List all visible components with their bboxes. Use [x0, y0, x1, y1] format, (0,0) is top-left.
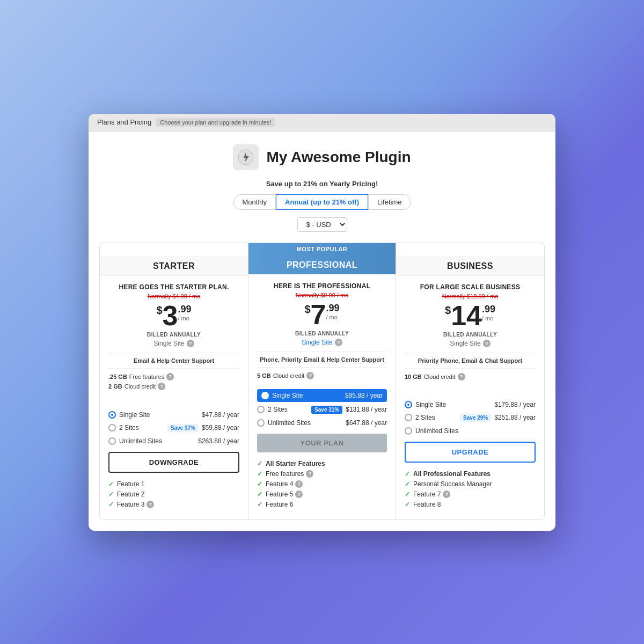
plan-business-opt3[interactable]: Unlimited Sites: [405, 425, 536, 437]
plan-starter-features: ✓ Feature 1 ✓ Feature 2 ✓ Feature 3 ?: [100, 480, 248, 519]
plan-professional-opt3[interactable]: Unlimited Sites $647.88 / year: [257, 416, 387, 429]
plan-starter-credit1: .25 GB Free features ?: [108, 373, 239, 380]
plan-starter-credit2-help[interactable]: ?: [158, 383, 165, 390]
plan-business-support: Priority Phone, Email & Chat Support: [405, 357, 536, 369]
main-content: My Awesome Plugin Save up to 21% on Year…: [89, 131, 555, 531]
plan-business-opt3-radio[interactable]: [405, 427, 412, 435]
upgrade-button[interactable]: UPGRADE: [405, 442, 536, 463]
plan-professional-feat5-check: ✓: [257, 501, 262, 508]
plan-professional-body: HERE IS THE PROFESSIONAL Normally $9.99 …: [248, 275, 396, 389]
plan-professional-feat1-check: ✓: [257, 460, 262, 467]
plan-business-opt1-radio[interactable]: [405, 401, 412, 408]
plan-professional-site-type: Single Site ?: [257, 339, 387, 346]
plugin-header: My Awesome Plugin: [99, 144, 545, 170]
plan-starter-opt2-label: 2 Sites: [119, 424, 139, 431]
plan-professional-credit1-help[interactable]: ?: [306, 372, 314, 379]
plan-professional-per: / mo: [326, 314, 338, 320]
plan-business-feat3-help[interactable]: ?: [443, 491, 450, 498]
plan-starter-main: 3: [163, 302, 178, 330]
plan-professional-feat3: ✓ Feature 4 ?: [257, 480, 387, 488]
plan-professional-feat5: ✓ Feature 6: [257, 501, 387, 508]
billing-annual[interactable]: Annual (up to 21% off): [276, 194, 368, 210]
plan-professional-feat2-help[interactable]: ?: [306, 470, 313, 478]
plan-business-feat1-check: ✓: [405, 470, 410, 478]
currency-select: $ - USD € - EUR £ - GBP: [99, 217, 545, 232]
savings-text: Save up to 21% on Yearly Pricing!: [99, 180, 545, 188]
plan-starter-action: DOWNGRADE: [100, 452, 248, 480]
plan-business-feat3-check: ✓: [405, 491, 410, 498]
plan-professional-main: 7: [311, 301, 326, 328]
plan-starter-support: Email & Help Center Support: [108, 357, 239, 369]
plan-starter-feat1-check: ✓: [108, 480, 114, 488]
plan-professional-feat4-help[interactable]: ?: [295, 491, 303, 498]
plan-professional-feat2-text: Free features ?: [266, 470, 313, 478]
currency-dropdown[interactable]: $ - USD € - EUR £ - GBP: [297, 217, 347, 232]
plan-business-credit1: 10 GB Cloud credit ?: [405, 373, 536, 380]
plan-starter-name: STARTER: [100, 256, 248, 276]
plan-professional-opt3-label: Unlimited Sites: [268, 419, 311, 427]
plan-business-billing: BILLED ANNUALLY: [405, 332, 536, 338]
plan-starter-body: HERE GOES THE STARTER PLAN. Normally $4.…: [100, 276, 248, 408]
plan-starter-opt2[interactable]: 2 Sites Save 37% $59.88 / year: [108, 421, 239, 435]
plan-starter-credit1-help[interactable]: ?: [166, 373, 174, 380]
plan-starter-opt1[interactable]: Single Site $47.88 / year: [108, 408, 239, 421]
plan-professional-site-help[interactable]: ?: [335, 339, 342, 346]
plan-starter-opt3-radio[interactable]: [108, 437, 116, 445]
plan-business-feat2-text: Personal Success Manager: [413, 480, 492, 488]
plan-professional-feat2: ✓ Free features ?: [257, 470, 387, 478]
plan-professional-opt1[interactable]: Single Site $95.88 / year: [257, 389, 387, 402]
plan-starter-cents-val: .99: [178, 304, 192, 315]
plan-starter-opt2-radio[interactable]: [108, 424, 116, 431]
plan-business-features: ✓ All Professional Features ✓ Personal S…: [396, 470, 544, 519]
plan-business-cents: .99 / mo: [482, 304, 495, 321]
plan-business-feat2: ✓ Personal Success Manager: [405, 480, 536, 488]
plan-starter-feat2-text: Feature 2: [117, 491, 144, 498]
plan-business-tagline: FOR LARGE SCALE BUSINESS: [405, 283, 536, 291]
plan-professional-opt3-price: $647.88 / year: [346, 419, 387, 427]
plan-professional-feat4-text: Feature 5 ?: [266, 491, 303, 498]
plan-business-opt2-label: 2 Sites: [415, 414, 435, 421]
billing-lifetime[interactable]: Lifetime: [368, 194, 411, 210]
plan-starter-opt1-radio[interactable]: [108, 411, 116, 419]
plan-professional-name: PROFESSIONAL: [248, 255, 396, 275]
plan-professional-opt1-radio[interactable]: [261, 392, 269, 399]
plan-professional-opt3-radio[interactable]: [257, 419, 265, 427]
billing-monthly[interactable]: Monthly: [233, 194, 276, 210]
plan-professional-feat1: ✓ All Starter Features: [257, 460, 387, 467]
titlebar-title: Plans and Pricing: [97, 118, 151, 126]
plan-business-feat4: ✓ Feature 8: [405, 501, 536, 508]
plan-professional-feat4: ✓ Feature 5 ?: [257, 491, 387, 498]
plan-business-feat2-check: ✓: [405, 480, 410, 488]
plan-business-site-help[interactable]: ?: [483, 340, 491, 347]
plan-professional-feat3-text: Feature 4 ?: [266, 480, 303, 488]
plan-professional: MOST POPULAR PROFESSIONAL HERE IS THE PR…: [248, 243, 396, 519]
plan-professional-feat5-text: Feature 6: [266, 501, 293, 508]
plan-business-opt2-radio[interactable]: [405, 414, 412, 421]
plan-starter-opt2-price: $59.88 / year: [202, 424, 239, 431]
plan-professional-options: Single Site $95.88 / year 2 Sites Save 3…: [248, 389, 396, 434]
plan-professional-billing: BILLED ANNUALLY: [257, 331, 387, 336]
plan-business-opt1[interactable]: Single Site $179.88 / year: [405, 398, 536, 411]
plan-starter-opt1-price: $47.88 / year: [202, 411, 239, 419]
plan-business-main: 14: [451, 302, 482, 330]
plan-starter-price: $ 3 .99 / mo: [108, 302, 239, 330]
plan-business-credit1-help[interactable]: ?: [458, 373, 465, 380]
plan-starter-feat3-help[interactable]: ?: [147, 501, 154, 508]
plan-professional-feat1-text: All Starter Features: [266, 460, 325, 467]
plan-starter-opt3[interactable]: Unlimited Sites $263.88 / year: [108, 435, 239, 448]
plan-starter-cents: .99 / mo: [178, 304, 192, 321]
plan-professional-feat2-check: ✓: [257, 470, 262, 478]
plan-professional-feat3-help[interactable]: ?: [295, 480, 303, 488]
plan-professional-opt2[interactable]: 2 Sites Save 31% $131.88 / year: [257, 403, 387, 416]
plan-business-opt2[interactable]: 2 Sites Save 29% $251.88 / year: [405, 411, 536, 425]
plan-professional-opt2-radio[interactable]: [257, 406, 265, 413]
plan-professional-was-price: Normally $9.99 / mo: [257, 292, 387, 298]
plan-starter-spacer: [100, 243, 248, 256]
billing-toggle: Monthly Annual (up to 21% off) Lifetime: [99, 194, 545, 210]
downgrade-button[interactable]: DOWNGRADE: [108, 452, 239, 473]
plan-business-site-type: Single Site ?: [405, 340, 536, 347]
plan-professional-badge: MOST POPULAR: [248, 243, 396, 255]
plan-business-feat1-text: All Professional Features: [413, 470, 491, 478]
plan-business-price: $ 14 .99 / mo: [405, 302, 536, 330]
plan-starter-site-help[interactable]: ?: [187, 340, 194, 347]
